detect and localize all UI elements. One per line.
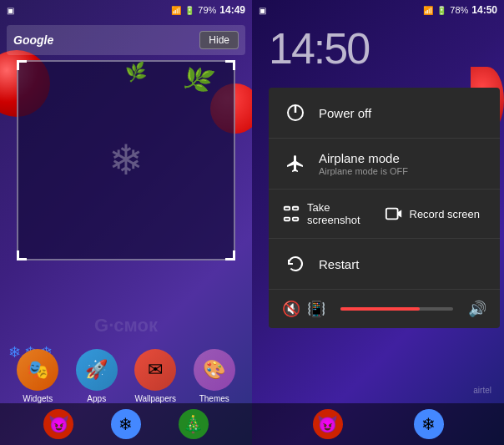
icon-wallpapers[interactable]: ✉ Wallpapers (134, 349, 176, 403)
power-off-icon (285, 103, 305, 123)
right-battery-icon: 🔋 (436, 6, 446, 15)
apps-emoji: 🚀 (85, 359, 108, 381)
right-battery-percent: 78% (450, 5, 468, 15)
battery-icon: 🔋 (184, 6, 194, 15)
status-right: 📶 🔋 79% 14:49 (171, 4, 245, 16)
power-off-item[interactable]: Power off (269, 88, 500, 139)
right-time: 14:50 (471, 4, 497, 16)
restart-icon (285, 254, 305, 274)
dock-xmas[interactable]: 🎄 (179, 409, 209, 439)
icon-themes[interactable]: 🎨 Themes (194, 349, 235, 403)
restart-text-wrap: Restart (319, 257, 486, 271)
wallpapers-emoji: ✉ (148, 359, 163, 381)
pine-branch: 🌿 (179, 62, 216, 98)
airplane-title: Airplane mode (319, 151, 486, 165)
right-status-left: ▣ (259, 6, 266, 15)
volume-fill (340, 307, 420, 311)
sound-icon[interactable]: 🔊 (468, 300, 486, 318)
devil-icon: 😈 (48, 414, 69, 434)
status-left: ▣ (7, 6, 14, 15)
right-panel: ▣ 📶 🔋 78% 14:50 14:50 Anur bolt Power of… (252, 0, 504, 445)
wallpapers-label: Wallpapers (134, 394, 176, 403)
notification-icon: ▣ (7, 6, 14, 15)
themes-label: Themes (199, 394, 229, 403)
pine-branch2: 🌿 (124, 60, 149, 83)
left-panel: ▣ 📶 🔋 79% 14:49 Google Hide ❄ 🌿 🌿 G·смок… (0, 0, 252, 445)
right-bottom-dock: 😈 ❄ (252, 403, 504, 445)
widget-frame: ❄ 🌿 🌿 (17, 60, 235, 260)
svg-rect-3 (293, 207, 298, 210)
vibrate-icon[interactable]: 📳 (307, 300, 325, 318)
google-search-bar[interactable]: Google Hide (7, 25, 245, 55)
clock-display: 14:50 (269, 23, 369, 73)
power-off-text-wrap: Power off (319, 106, 486, 120)
right-status-right: 📶 🔋 78% 14:50 (423, 4, 497, 16)
screenshot-row: Take screenshot Record screen (269, 190, 500, 239)
airplane-icon-wrap (282, 150, 309, 177)
power-off-icon-wrap (282, 99, 309, 126)
record-screen-item[interactable]: Record screen (385, 205, 487, 223)
snowflake-dock-icon: ❄ (118, 414, 133, 434)
volume-bar[interactable] (340, 307, 453, 311)
widgets-emoji: 🎭 (27, 359, 49, 381)
signal-icon: 📶 (171, 6, 181, 15)
restart-item[interactable]: Restart (269, 239, 500, 290)
left-status-bar: ▣ 📶 🔋 79% 14:49 (0, 0, 252, 20)
airplane-mode-item[interactable]: Airplane mode Airplane mode is OFF (269, 139, 500, 190)
dock-snowflake[interactable]: ❄ (111, 409, 141, 439)
svg-rect-4 (285, 218, 290, 221)
corner-tr (225, 60, 235, 70)
corner-bl (17, 250, 27, 260)
screenshot-icon (282, 205, 300, 223)
right-devil-icon: 😈 (317, 414, 338, 434)
xmas-icon: 🎄 (183, 414, 204, 434)
airplane-text-wrap: Airplane mode Airplane mode is OFF (319, 151, 486, 176)
power-off-title: Power off (319, 106, 486, 120)
widget-snowflake: ❄ (108, 136, 144, 185)
corner-tl (17, 60, 27, 70)
right-dock-devil[interactable]: 😈 (313, 409, 343, 439)
dock-devil[interactable]: 😈 (43, 409, 73, 439)
airtel-text: airtel (473, 386, 491, 395)
icon-apps[interactable]: 🚀 Apps (76, 349, 118, 403)
watermark: G·смок (94, 315, 158, 336)
restart-icon-wrap (282, 250, 309, 277)
power-menu: Power off Airplane mode Airplane mode is… (269, 88, 500, 328)
right-snowflake-icon: ❄ (421, 414, 436, 434)
restart-title: Restart (319, 257, 486, 271)
battery-percent: 79% (198, 5, 216, 15)
volume-row: 🔇 📳 🔊 (269, 290, 500, 328)
google-label: Google (13, 33, 53, 47)
bottom-icons-row: 🎭 Widgets 🚀 Apps ✉ Wallpapers 🎨 Themes (0, 349, 252, 403)
left-bottom-dock: 😈 ❄ 🎄 (0, 403, 252, 445)
right-status-bar: ▣ 📶 🔋 78% 14:50 (252, 0, 504, 20)
right-signal-icon: 📶 (423, 6, 433, 15)
right-dock-snowflake[interactable]: ❄ (414, 409, 444, 439)
mute-icon[interactable]: 🔇 (282, 300, 300, 318)
apps-label: Apps (87, 394, 106, 403)
svg-rect-2 (285, 207, 290, 210)
corner-br (225, 250, 235, 260)
right-notif-icon: ▣ (259, 6, 266, 15)
airplane-subtitle: Airplane mode is OFF (319, 166, 486, 176)
svg-rect-5 (293, 218, 298, 221)
svg-rect-6 (386, 209, 397, 220)
themes-emoji: 🎨 (203, 359, 225, 381)
widgets-label: Widgets (23, 394, 53, 403)
airplane-icon (285, 154, 305, 174)
take-screenshot-item[interactable]: Take screenshot (282, 201, 385, 226)
record-icon (385, 205, 403, 223)
hide-button[interactable]: Hide (199, 31, 239, 49)
left-time: 14:49 (219, 4, 245, 16)
icon-widgets[interactable]: 🎭 Widgets (17, 349, 58, 403)
take-screenshot-text: Take screenshot (307, 201, 360, 226)
record-screen-text: Record screen (410, 208, 481, 220)
